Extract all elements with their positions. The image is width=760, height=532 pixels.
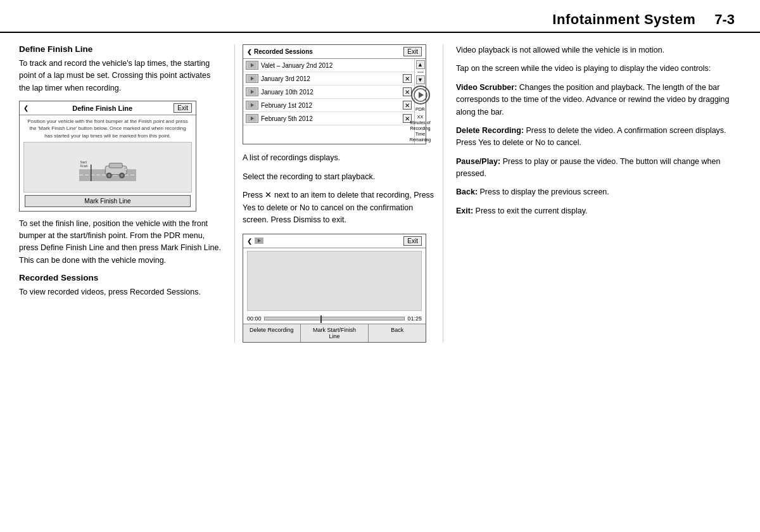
vp-header: ❮ Exit: [243, 234, 426, 248]
vp-back-icon: ❮: [247, 238, 252, 244]
center-body-text-2: Select the recording to start playback.: [243, 171, 435, 183]
def-exit-desc: Press to exit the current display.: [476, 206, 588, 215]
dfl-mark-finish-button[interactable]: Mark Finish Line: [25, 195, 191, 207]
video-playback-screen: ❮ Exit 00:00 01:25 Delete Recording Mark…: [243, 234, 426, 343]
svg-rect-6: [109, 163, 122, 168]
vp-delete-button[interactable]: Delete Recording: [243, 324, 301, 342]
rs-header-left: ❮ Recorded Sessions: [247, 48, 313, 55]
vp-scrubber-thumb: [320, 315, 322, 323]
page-number: 7-3: [714, 11, 735, 28]
dfl-instruction-text: Position your vehicle with the front bum…: [20, 115, 196, 142]
vp-scrubber[interactable]: [264, 317, 405, 320]
rs-item-thumb-4: [246, 114, 258, 123]
rs-screen-title: Recorded Sessions: [254, 48, 313, 55]
center-body-text-3: Press ✕ next to an item to delete that r…: [243, 189, 435, 226]
left-column: Define Finish Line To track and record t…: [19, 44, 234, 343]
svg-text:Finish: Finish: [80, 165, 89, 168]
define-finish-line-para2: To set the finish line, position the veh…: [19, 218, 222, 267]
rs-item-name-1: January 3rd 2012: [261, 75, 310, 82]
rs-body: Valet – January 2nd 2012 January 3rd 201…: [243, 59, 426, 144]
vp-time-end: 01:25: [407, 315, 422, 322]
page-title: Infotainment System: [552, 11, 695, 28]
rs-item-name-2: January 10th 2012: [261, 89, 314, 96]
vp-back-button[interactable]: Back: [369, 324, 426, 342]
dfl-back-icon: ❮: [23, 104, 28, 111]
vp-time-start: 00:00: [247, 315, 262, 322]
rs-list: Valet – January 2nd 2012 January 3rd 201…: [243, 59, 414, 144]
def-exit-term: Exit:: [456, 206, 473, 215]
dfl-screen-title: Define Finish Line: [31, 104, 174, 112]
def-delete-recording-term: Delete Recording:: [456, 126, 524, 135]
recorded-sessions-para: To view recorded videos, press Recorded …: [19, 286, 222, 298]
rs-scroll-down[interactable]: ▼: [416, 75, 425, 84]
right-intro-text: Video playback is not allowed while the …: [456, 44, 741, 56]
recorded-sessions-screen: ❮ Recorded Sessions Exit Valet – January…: [243, 44, 426, 144]
rs-scroll-up[interactable]: ▲: [416, 60, 425, 69]
def-pause-play-term: Pause/Play:: [456, 157, 500, 166]
vp-header-left: ❮: [247, 238, 263, 245]
rs-item-thumb-3: [246, 101, 258, 110]
rs-exit-button[interactable]: Exit: [403, 47, 422, 56]
rs-back-icon: ❮: [247, 49, 252, 55]
rs-item-thumb-0: [246, 61, 258, 70]
def-back-term: Back:: [456, 187, 478, 196]
def-video-scrubber: Video Scrubber: Changes the position and…: [456, 82, 741, 118]
vp-video-area: [247, 251, 422, 311]
rs-item-delete-1[interactable]: ✕: [403, 74, 412, 83]
rs-item-3[interactable]: February 1st 2012 ✕: [243, 99, 414, 112]
rs-item-2[interactable]: January 10th 2012 ✕: [243, 86, 414, 99]
vp-scrubber-area: 00:00 01:25: [243, 314, 426, 324]
dfl-screen-mockup: ❮ Define Finish Line Exit Position your …: [19, 101, 196, 212]
define-finish-line-para1: To track and record the vehicle's lap ti…: [19, 58, 222, 94]
def-back-desc: Press to display the previous screen.: [480, 187, 609, 196]
dfl-car-svg: Start/ Finish: [79, 153, 136, 181]
rs-item-delete-3[interactable]: ✕: [403, 101, 412, 110]
def-exit: Exit: Press to exit the current display.: [456, 205, 741, 217]
vp-buttons: Delete Recording Mark Start/FinishLine B…: [243, 324, 426, 342]
pdr-icon: [411, 86, 430, 104]
rs-item-4[interactable]: February 5th 2012 ✕: [243, 112, 414, 125]
content-area: Define Finish Line To track and record t…: [0, 33, 760, 355]
rs-item-1[interactable]: January 3rd 2012 ✕: [243, 72, 414, 86]
def-video-scrubber-term: Video Scrubber:: [456, 83, 517, 92]
page-header: Infotainment System 7-3: [0, 0, 760, 33]
svg-point-8: [108, 174, 111, 177]
def-back: Back: Press to display the previous scre…: [456, 186, 741, 198]
svg-rect-11: [125, 168, 127, 171]
def-pause-play: Pause/Play: Press to play or pause the v…: [456, 156, 741, 180]
rs-item-name-0: Valet – January 2nd 2012: [261, 62, 332, 69]
rs-scroll-track: [417, 72, 424, 73]
rs-item-thumb-2: [246, 87, 258, 96]
rs-pdr-label: PDR: [415, 107, 425, 111]
svg-point-10: [120, 174, 124, 177]
svg-marker-23: [419, 92, 424, 98]
dfl-exit-button[interactable]: Exit: [174, 103, 192, 113]
rs-item-name-4: February 5th 2012: [261, 115, 313, 122]
vp-exit-button[interactable]: Exit: [403, 236, 422, 246]
rs-time-label: XX Minutes ofRecording TimeRemaining: [410, 114, 431, 142]
center-body-text-1: A list of recordings displays.: [243, 152, 435, 164]
def-delete-recording: Delete Recording: Press to delete the vi…: [456, 125, 741, 149]
vp-mark-button[interactable]: Mark Start/FinishLine: [301, 324, 369, 342]
recorded-sessions-heading: Recorded Sessions: [19, 273, 222, 282]
center-column: ❮ Recorded Sessions Exit Valet – January…: [234, 44, 443, 343]
dfl-screen-header: ❮ Define Finish Line Exit: [20, 101, 196, 115]
rs-item-0[interactable]: Valet – January 2nd 2012: [243, 59, 414, 72]
dfl-car-area: Start/ Finish: [23, 142, 192, 193]
rs-item-name-3: February 1st 2012: [261, 102, 312, 109]
right-tap-text: Tap on the screen while the video is pla…: [456, 63, 741, 75]
vp-icon: [255, 238, 263, 245]
rs-screen-header: ❮ Recorded Sessions Exit: [243, 45, 426, 59]
svg-text:Start/: Start/: [80, 161, 88, 164]
right-column: Video playback is not allowed while the …: [443, 44, 741, 343]
rs-item-delete-2[interactable]: ✕: [403, 87, 412, 96]
rs-item-thumb-1: [246, 74, 258, 83]
define-finish-line-heading: Define Finish Line: [19, 44, 222, 54]
rs-scrollbar: ▲ ▼ PDR XX Minutes ofRecording TimeRemai…: [414, 59, 426, 144]
